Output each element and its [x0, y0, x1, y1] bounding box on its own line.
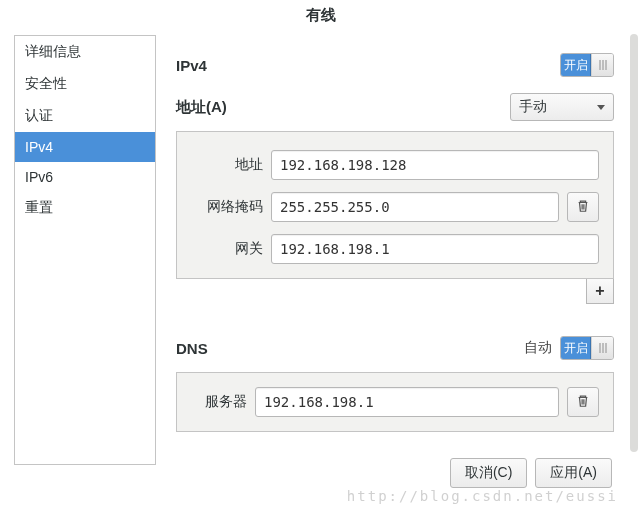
dialog-button-bar: 取消(C) 应用(A) [450, 458, 612, 488]
netmask-row: 网络掩码 [191, 192, 599, 222]
sidebar-item-ipv4[interactable]: IPv4 [15, 132, 155, 162]
address-label: 地址 [191, 156, 263, 174]
delete-dns-button[interactable] [567, 387, 599, 417]
main-panel: IPv4 开启 地址(A) 手动 地址 网络掩码 [156, 35, 642, 465]
sidebar-item-reset[interactable]: 重置 [15, 192, 155, 224]
apply-button[interactable]: 应用(A) [535, 458, 612, 488]
ipv4-toggle-knob [591, 54, 613, 76]
scrollbar[interactable] [630, 34, 638, 452]
address-mode-dropdown[interactable]: 手动 [510, 93, 614, 121]
sidebar: 详细信息 安全性 认证 IPv4 IPv6 重置 [14, 35, 156, 465]
netmask-input[interactable] [271, 192, 559, 222]
ipv4-toggle-on-label: 开启 [561, 54, 591, 76]
ipv4-section-title: IPv4 [176, 57, 207, 74]
dns-section-title: DNS [176, 340, 208, 357]
ipv4-header-row: IPv4 开启 [176, 53, 614, 77]
sidebar-item-security[interactable]: 安全性 [15, 68, 155, 100]
address-add-bar: + [176, 278, 614, 304]
gateway-label: 网关 [191, 240, 263, 258]
address-card: 地址 网络掩码 网关 [176, 131, 614, 279]
sidebar-item-details[interactable]: 详细信息 [15, 36, 155, 68]
address-row: 地址 [191, 150, 599, 180]
address-mode-selected: 手动 [519, 98, 547, 116]
trash-icon [576, 394, 590, 411]
dns-header-row: DNS 自动 开启 [176, 336, 614, 360]
add-address-button[interactable]: + [586, 278, 614, 304]
gateway-row: 网关 [191, 234, 599, 264]
dns-server-input[interactable] [255, 387, 559, 417]
window-body: 详细信息 安全性 认证 IPv4 IPv6 重置 IPv4 开启 地址(A) 手… [0, 35, 642, 465]
dns-auto-group: 自动 开启 [524, 336, 614, 360]
watermark: http://blog.csdn.net/eussi [347, 488, 618, 504]
dns-toggle-on-label: 开启 [561, 337, 591, 359]
window-title: 有线 [0, 0, 642, 35]
dns-auto-toggle[interactable]: 开启 [560, 336, 614, 360]
trash-icon [576, 199, 590, 216]
address-input[interactable] [271, 150, 599, 180]
cancel-button[interactable]: 取消(C) [450, 458, 527, 488]
dns-auto-label: 自动 [524, 339, 552, 357]
gateway-input[interactable] [271, 234, 599, 264]
delete-address-button[interactable] [567, 192, 599, 222]
addresses-label: 地址(A) [176, 98, 227, 117]
dns-toggle-knob [591, 337, 613, 359]
dns-server-label: 服务器 [191, 393, 247, 411]
dns-server-row: 服务器 [191, 387, 599, 417]
dns-card: 服务器 [176, 372, 614, 432]
dns-section: DNS 自动 开启 服务器 [176, 336, 614, 432]
sidebar-item-ipv6[interactable]: IPv6 [15, 162, 155, 192]
netmask-label: 网络掩码 [191, 198, 263, 216]
chevron-down-icon [597, 105, 605, 110]
addresses-header-row: 地址(A) 手动 [176, 93, 614, 121]
ipv4-toggle[interactable]: 开启 [560, 53, 614, 77]
sidebar-item-auth[interactable]: 认证 [15, 100, 155, 132]
